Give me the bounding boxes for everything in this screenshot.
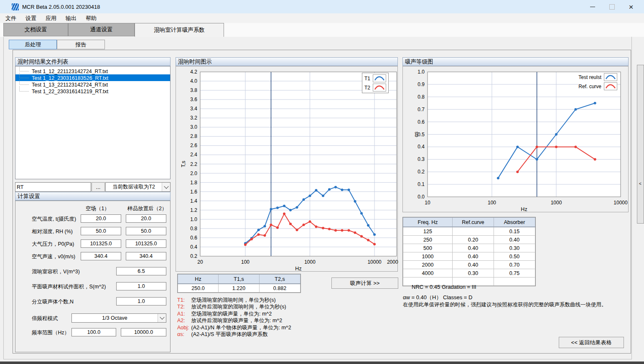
table-row[interactable]: 5000.400.30: [403, 244, 535, 252]
sub-tab-2[interactable]: 报告: [57, 40, 105, 49]
table-cell: 0.40: [453, 261, 494, 269]
svg-text:0.0: 0.0: [417, 194, 425, 200]
freq-range-min-field[interactable]: [71, 328, 116, 336]
table-header-cell: Absorber: [494, 218, 535, 227]
dropdown-button[interactable]: [158, 314, 166, 322]
grade-table-container: Freq. HzRef.curveAbsorber1250.152500.200…: [402, 217, 536, 286]
svg-text:0.2: 0.2: [417, 169, 425, 175]
file-list-item[interactable]: Test 1_22_230316141219_RT.txt: [15, 88, 170, 94]
main-tab-2[interactable]: 通道设置: [68, 23, 135, 36]
browse-button[interactable]: ...: [92, 182, 105, 192]
svg-text:1.0: 1.0: [417, 69, 425, 75]
svg-text:3.2: 3.2: [190, 115, 197, 121]
sound-speed-field-1[interactable]: [81, 252, 121, 260]
grade-chart[interactable]: 0.00.10.20.30.40.50.60.70.80.91.01010010…: [402, 66, 629, 212]
annotation-line: T1: 空场混响室的混响时间，单位为秒(s): [177, 297, 291, 303]
table-cell: 0.75: [494, 269, 535, 277]
sub-tab-1[interactable]: 后处理: [9, 40, 57, 49]
pressure-field-1[interactable]: [81, 239, 121, 248]
absorber-count-field[interactable]: [116, 297, 166, 305]
window-controls: ×: [583, 0, 641, 13]
tree-branch-icon: [19, 79, 29, 85]
legend-curve-icon: [373, 74, 386, 82]
legend-entry: T2: [364, 84, 386, 92]
freq-range-max-field[interactable]: [121, 328, 166, 336]
absorb-calc-button[interactable]: 吸声计算 >>: [331, 277, 398, 289]
taskbar-edge: [0, 361, 644, 364]
svg-text:0.9: 0.9: [417, 81, 425, 87]
collapse-panel-handle[interactable]: <: [637, 65, 644, 224]
annotation-label: A2:: [177, 317, 190, 324]
annotation-text: (A2-A1)/N 单个物体的吸声量，单位为: m^2: [190, 325, 291, 331]
minimize-button[interactable]: [583, 0, 602, 13]
chevron-down-icon: [160, 315, 164, 319]
humidity-label: 相对湿度, RH (%): [32, 228, 73, 235]
table-row[interactable]: 10000.400.50: [403, 252, 535, 261]
file-list-item[interactable]: Test 1_12_230316183526_RT.txt: [15, 74, 170, 81]
svg-text:3.6: 3.6: [190, 97, 197, 102]
tree-branch-icon: [19, 86, 29, 92]
menu-item-4[interactable]: 输出: [61, 13, 81, 23]
rt-table-container: HzT1,sT2,s250.01.2200.882: [177, 274, 301, 293]
rt-input[interactable]: [15, 182, 91, 192]
sample-area-label: 平面吸声材料试件面积，S(m^2): [32, 283, 106, 290]
legend-entry: Ref. curve: [578, 82, 617, 90]
table-cell: 4000: [403, 269, 453, 277]
application-window: MCR Beta 2.05.0.001 20230418 × 文件设置应用输出帮…: [0, 0, 644, 364]
table-row[interactable]: 250.01.2200.882: [178, 284, 300, 293]
svg-text:100: 100: [488, 200, 496, 206]
main-tab-1[interactable]: 文档设置: [3, 23, 68, 36]
file-list: Test 1_12_221123142724_RT.txtTest 1_12_2…: [15, 66, 171, 179]
menu-item-2[interactable]: 设置: [21, 13, 41, 23]
svg-text:0.8: 0.8: [190, 226, 197, 232]
table-row[interactable]: 2500.200.40: [403, 236, 535, 244]
close-button[interactable]: ×: [621, 0, 641, 13]
svg-text:10000: 10000: [613, 200, 628, 206]
temp-field-2[interactable]: [126, 214, 166, 223]
svg-text:0.1: 0.1: [417, 181, 425, 187]
table-header-cell: Freq. Hz: [403, 218, 453, 227]
room-volume-field[interactable]: [116, 267, 166, 275]
table-cell: 1.220: [219, 284, 260, 293]
svg-text:0.3: 0.3: [417, 156, 425, 162]
table-cell: 0.40: [494, 236, 535, 244]
data-read-dropdown[interactable]: 当前数据读取为T2: [105, 182, 171, 192]
temp-field-1[interactable]: [81, 214, 121, 223]
table-header-cell: T1,s: [219, 275, 260, 284]
table-header-cell: Ref.curve: [453, 218, 494, 227]
rt-chart-header: 混响时间图示: [176, 57, 398, 66]
svg-text:0.6: 0.6: [190, 235, 197, 241]
table-header-cell: T2,s: [260, 275, 300, 284]
file-list-item[interactable]: Test 1_13_221123142724_RT.txt: [15, 81, 170, 88]
svg-text:100: 100: [241, 259, 249, 265]
back-to-results-button[interactable]: << 返回结果表格: [559, 337, 624, 348]
pressure-label: 大气压力，P0(Pa): [32, 241, 74, 248]
sound-speed-field-2[interactable]: [126, 252, 166, 260]
pressure-field-2[interactable]: [126, 239, 166, 248]
svg-text:2.4: 2.4: [190, 152, 197, 158]
main-tab-3[interactable]: 混响室计算吸声系数: [135, 23, 224, 37]
calc-settings-header: 计算设置: [15, 192, 171, 201]
table-row[interactable]: 40000.300.75: [403, 269, 535, 277]
octave-mode-label: 倍频程模式: [32, 315, 58, 322]
usage-note-text: 在使用此单值评价量的时候，强烈建议与按照标准获得的完整的吸声系数曲线一块使用。: [403, 301, 607, 308]
humidity-field-2[interactable]: [126, 227, 166, 235]
humidity-field-1[interactable]: [81, 227, 121, 235]
sample-area-field[interactable]: [116, 282, 166, 290]
table-row[interactable]: 20000.400.70: [403, 261, 535, 269]
svg-text:0.6: 0.6: [417, 119, 425, 125]
annotation-block: T1: 空场混响室的混响时间，单位为秒(s)T2: 放试件后混响室的混响时间，单…: [177, 297, 291, 338]
octave-mode-dropdown[interactable]: 1/3 Octave: [71, 313, 166, 323]
rt-chart[interactable]: 0.20.40.60.81.01.21.41.61.82.02.22.42.62…: [176, 66, 398, 272]
menu-item-3[interactable]: 应用: [41, 13, 61, 23]
menu-item-5[interactable]: 帮助: [81, 13, 101, 23]
svg-text:0.2: 0.2: [190, 253, 197, 259]
table-header-row: HzT1,sT2,s: [178, 275, 300, 284]
maximize-button[interactable]: [602, 0, 621, 13]
dropdown-button[interactable]: [162, 183, 170, 191]
grade-chart-legend: Test reulstRef. curve: [578, 73, 617, 90]
table-row[interactable]: 1250.15: [403, 227, 535, 236]
svg-text:2.6: 2.6: [190, 143, 197, 148]
file-list-item[interactable]: Test 1_12_221123142724_RT.txt: [15, 68, 170, 74]
menu-item-1[interactable]: 文件: [1, 13, 21, 23]
